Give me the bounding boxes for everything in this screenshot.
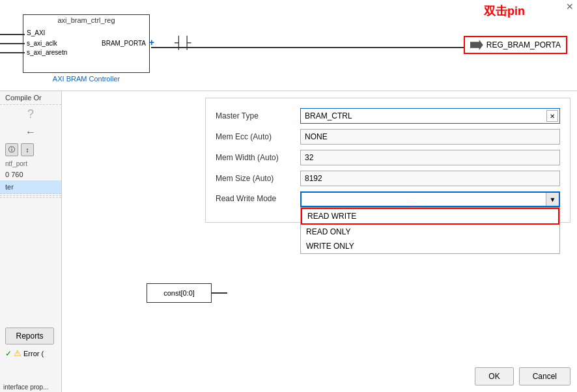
axi-block-bottom-label: AXI BRAM Controller [53, 75, 120, 83]
s-axi-aclk-label: s_axi_aclk [27, 40, 57, 47]
mem-size-field[interactable]: 8192 [300, 171, 560, 186]
sidebar-icon-row: ⓘ ↕ [0, 141, 61, 159]
annotation-dblclick: 双击pin [484, 3, 525, 19]
mem-width-label: Mem Width (Auto) [216, 153, 300, 162]
master-type-row: Master Type BRAM_CTRL ✕ [216, 108, 560, 124]
info-icon-btn[interactable]: ⓘ [5, 143, 18, 156]
ntf-port-label: ntf_port [0, 159, 61, 169]
property-panel: Master Type BRAM_CTRL ✕ Mem Ecc (Auto) N… [205, 98, 570, 223]
left-wire-1 [0, 34, 25, 35]
interface-prop-text: interface prop... [3, 384, 48, 391]
error-text: Error ( [23, 350, 44, 357]
port-arrow-icon [470, 40, 483, 50]
mem-ecc-row: Mem Ecc (Auto) NONE [216, 129, 560, 145]
mem-width-field[interactable]: 32 [300, 150, 560, 165]
mem-size-row: Mem Size (Auto) 8192 [216, 171, 560, 186]
reg-bram-porta-label: REG_BRAM_PORTA [486, 40, 561, 49]
check-icon: ✓ [5, 349, 12, 358]
axi-bram-block: axi_bram_ctrl_reg S_AXI s_axi_aclk s_axi… [23, 14, 150, 73]
mem-size-label: Mem Size (Auto) [216, 174, 300, 183]
line-connector: ┤├ [175, 40, 194, 55]
reg-bram-porta-block[interactable]: REG_BRAM_PORTA [464, 36, 567, 54]
value-760-item: 0 760 [0, 169, 61, 180]
dropdown-option-write-only[interactable]: WRITE ONLY [301, 239, 559, 253]
mem-ecc-field[interactable]: NONE [300, 129, 560, 145]
sidebar: Compile Or ? ← ⓘ ↕ ntf_port 0 760 ter Re… [0, 91, 62, 392]
sidebar-arrow-label: ← [25, 126, 36, 137]
mem-ecc-label: Mem Ecc (Auto) [216, 132, 300, 141]
close-button[interactable]: ✕ [566, 1, 574, 12]
master-type-value: BRAM_CTRL [301, 110, 545, 122]
ok-button[interactable]: OK [475, 367, 513, 385]
sidebar-question-icon[interactable]: ? [0, 105, 61, 124]
reports-section: Reports ✓ ⚠ Error ( [0, 325, 62, 359]
error-row: ✓ ⚠ Error ( [0, 347, 62, 359]
bram-porta-expand[interactable]: + [149, 37, 154, 48]
dropdown-arrow-icon[interactable]: ▼ [546, 193, 559, 206]
dropdown-option-read-only[interactable]: READ ONLY [301, 225, 559, 239]
s-axi-aresetn-label: s_axi_aresetn [27, 49, 67, 56]
sidebar-back-icon[interactable]: ← [0, 124, 61, 141]
info-icon: ⓘ [8, 145, 15, 154]
master-type-label: Master Type [216, 111, 300, 120]
error-icon: ⚠ [14, 348, 21, 358]
const-block-label: const[0:0] [163, 289, 195, 297]
left-wire-3 [0, 52, 25, 53]
master-type-clear-btn[interactable]: ✕ [546, 110, 558, 122]
dialog-area: const[0:0] Master Type BRAM_CTRL ✕ Mem E… [62, 91, 577, 392]
diagram-area: ✕ axi_bram_ctrl_reg S_AXI s_axi_aclk s_a… [0, 0, 577, 91]
sidebar-question-label: ? [27, 107, 34, 120]
sidebar-compile-item[interactable]: Compile Or [0, 91, 61, 105]
reports-button[interactable]: Reports [5, 328, 54, 344]
read-write-row: Read Write Mode ▼ READ WRITE READ ONLY W… [216, 191, 560, 207]
mem-width-value: 32 [305, 153, 313, 162]
const-block[interactable]: const[0:0] [147, 283, 212, 303]
left-wire-2 [0, 43, 25, 44]
read-write-current-value [302, 198, 546, 201]
highlighted-item-label: ter [5, 183, 14, 191]
sidebar-compile-label: Compile Or [5, 94, 42, 102]
highlighted-sidebar-item[interactable]: ter [0, 180, 61, 194]
s-axi-label: S_AXI [27, 29, 45, 36]
mem-width-row: Mem Width (Auto) 32 [216, 150, 560, 165]
read-write-dropdown-list: READ WRITE READ ONLY WRITE ONLY [300, 207, 560, 254]
bram-porta-label: BRAM_PORTA [102, 40, 146, 47]
read-write-label: Read Write Mode [216, 191, 300, 203]
mem-size-value: 8192 [305, 174, 322, 183]
dropdown-option-read-write[interactable]: READ WRITE [301, 208, 559, 225]
master-type-field[interactable]: BRAM_CTRL ✕ [300, 108, 560, 124]
sort-icon: ↕ [26, 147, 29, 154]
axi-block-title: axi_bram_ctrl_reg [57, 16, 115, 24]
cancel-button[interactable]: Cancel [519, 367, 570, 385]
const-wire [211, 292, 227, 294]
mem-ecc-value: NONE [305, 132, 328, 141]
bottom-buttons: OK Cancel [475, 367, 570, 385]
sort-icon-btn[interactable]: ↕ [21, 143, 34, 156]
